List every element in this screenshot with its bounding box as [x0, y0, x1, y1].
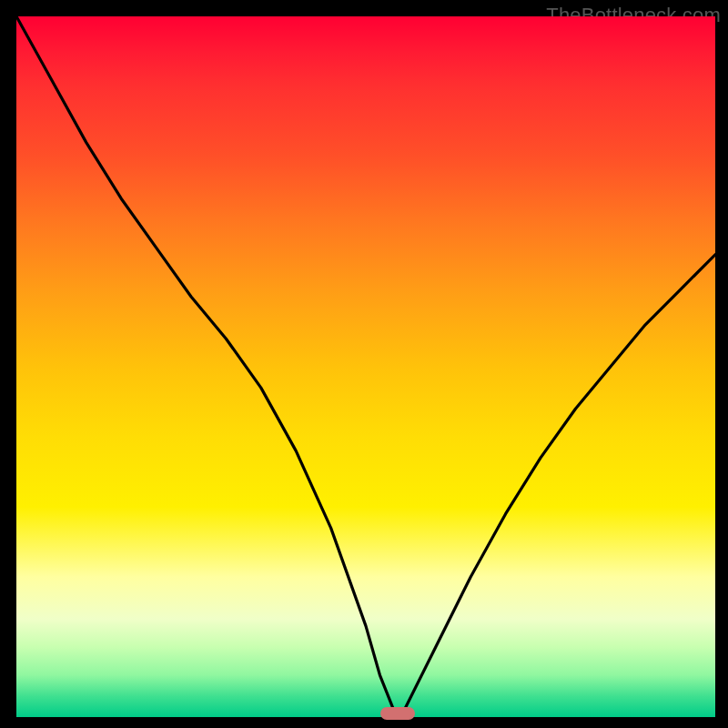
- plot-area: [16, 16, 715, 717]
- chart-container: TheBottleneck.com: [0, 0, 728, 728]
- optimal-marker: [380, 707, 415, 720]
- curve-svg: [16, 16, 715, 717]
- bottleneck-curve: [16, 16, 715, 717]
